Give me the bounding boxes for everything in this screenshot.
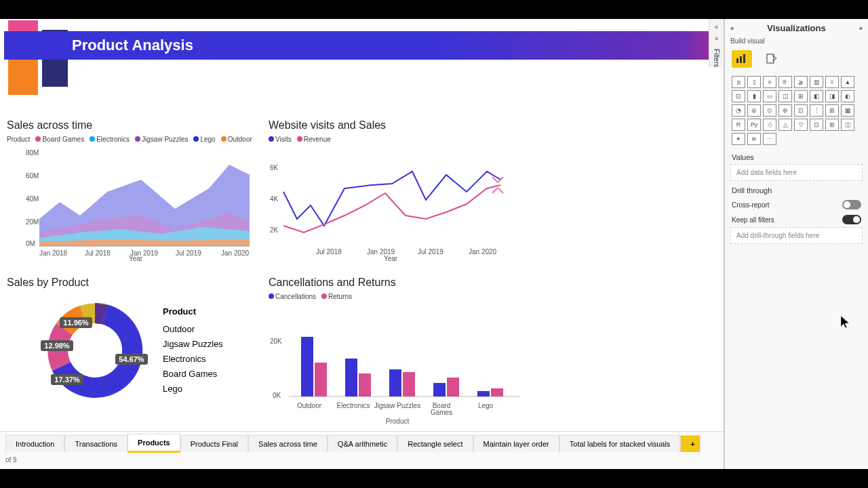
svg-text:6K: 6K [270, 164, 279, 171]
sales-across-time-visual[interactable]: Sales across time Product Board Games El… [7, 119, 258, 264]
filters-rail[interactable]: « » Filters [709, 19, 724, 67]
page-tab[interactable]: Maintain layer order [473, 435, 559, 452]
page-title: Product Analysis [72, 37, 193, 54]
visual-type-icon[interactable]: ⊡ [810, 119, 823, 131]
drillthrough-field-well[interactable]: Add drill-through fields here [730, 227, 863, 244]
svg-rect-48 [740, 56, 742, 63]
svg-text:Outdoor: Outdoor [297, 402, 322, 409]
visual-type-icon[interactable]: ⊡ [732, 90, 745, 102]
filters-label[interactable]: Filters [713, 49, 720, 67]
expand-panel-icon[interactable]: » [859, 24, 863, 32]
visual-type-icon[interactable]: ◫ [841, 119, 854, 131]
visual-type-icon[interactable]: ⊞ [825, 104, 839, 117]
svg-rect-39 [477, 391, 490, 396]
panel-title: Visualizations [767, 23, 825, 33]
svg-text:12.98%: 12.98% [44, 342, 70, 350]
visual-type-icon[interactable]: △ [778, 119, 792, 131]
svg-text:11.96%: 11.96% [63, 319, 89, 327]
page-tab[interactable]: Total labels for stacked visuals [559, 435, 681, 452]
visual-type-icon[interactable]: ▲ [841, 76, 854, 88]
visual-type-icon[interactable]: ▯ [747, 76, 761, 88]
svg-text:Jul 2019: Jul 2019 [418, 248, 443, 256]
visual-type-icon[interactable]: ◔ [732, 104, 745, 117]
visual-type-icon[interactable]: ⊡ [794, 104, 808, 117]
keep-filters-toggle[interactable] [842, 215, 861, 224]
visual-type-icon[interactable]: ⫴ [825, 76, 839, 88]
svg-text:Year: Year [384, 255, 398, 261]
format-visual-tab-icon[interactable] [762, 50, 782, 68]
website-visits-visual[interactable]: Website visits and Sales Visits Revenue … [269, 119, 519, 264]
svg-text:17.37%: 17.37% [54, 375, 80, 384]
svg-text:2K: 2K [270, 226, 279, 234]
page-tabs: IntroductionTransactionsProductsProducts… [0, 431, 724, 469]
svg-rect-38 [447, 378, 459, 396]
svg-rect-37 [433, 383, 446, 396]
report-canvas[interactable]: Product Analysis Sales across time Produ… [0, 19, 724, 469]
cross-report-label: Cross-report [732, 201, 770, 209]
chart-legend: Cancellations Returns [269, 293, 526, 300]
svg-text:Jul 2018: Jul 2018 [316, 248, 342, 256]
visual-type-icon[interactable]: R [732, 119, 745, 131]
visual-type-icon[interactable]: ⫼ [732, 76, 745, 88]
visual-type-icon[interactable]: ▭ [763, 90, 776, 102]
add-page-button[interactable]: + [680, 435, 701, 452]
visualizations-panel: « Visualizations » Build visual ⫼▯≡⊪⫺▥⫴▲… [724, 19, 868, 469]
visual-type-icon[interactable]: ◧ [810, 90, 823, 102]
expand-filters-icon[interactable]: » [715, 35, 719, 42]
svg-rect-47 [736, 58, 738, 63]
chart-title: Cancellations and Returns [269, 277, 526, 289]
svg-text:0K: 0K [273, 392, 281, 399]
visual-type-icon[interactable]: ⊙ [763, 104, 776, 117]
build-visual-tab-icon[interactable] [732, 50, 752, 68]
svg-rect-32 [315, 363, 327, 396]
visual-type-icon[interactable]: ▮ [747, 90, 761, 102]
visual-type-icon[interactable]: ◇ [763, 119, 776, 131]
svg-rect-40 [491, 388, 503, 396]
visual-type-icon[interactable]: ▥ [810, 76, 823, 88]
visual-type-icon[interactable]: ⊪ [778, 76, 792, 88]
page-tab[interactable]: Transactions [64, 435, 127, 452]
visual-type-icon[interactable]: ✦ [732, 133, 745, 145]
visual-type-icon[interactable]: ⊛ [778, 104, 792, 117]
visual-type-icon[interactable]: ⋮ [810, 104, 823, 117]
page-tab[interactable]: Introduction [5, 435, 64, 452]
svg-text:0M: 0M [26, 240, 35, 247]
visual-type-icon[interactable]: ▽ [794, 119, 808, 131]
visual-type-icon[interactable]: ⊚ [747, 104, 761, 117]
visual-type-icon[interactable]: Py [747, 119, 761, 131]
page-tab[interactable]: Q&A arithmetic [328, 435, 397, 452]
visual-type-icon[interactable]: ◨ [825, 90, 839, 102]
page-tab[interactable]: Products [127, 434, 180, 453]
svg-text:Jan 2020: Jan 2020 [221, 249, 250, 257]
cancellations-visual[interactable]: Cancellations and Returns Cancellations … [269, 277, 526, 428]
legend-title: Product [163, 304, 223, 319]
page-tab[interactable]: Rectangle select [397, 435, 473, 452]
visual-type-icon[interactable]: ◫ [778, 90, 792, 102]
visual-type-icon[interactable]: ◐ [841, 90, 854, 102]
page-tab[interactable]: Sales across time [248, 435, 328, 452]
sales-by-product-visual[interactable]: Sales by Product 54.67% 17.37% 12.98% 11… [7, 277, 258, 408]
visual-type-icon[interactable]: ≡ [763, 76, 776, 88]
visual-type-icon[interactable]: ⊞ [794, 90, 808, 102]
visual-type-icon[interactable]: ▦ [841, 104, 854, 117]
visual-type-icon[interactable]: ⫺ [794, 76, 808, 88]
collapse-filters-icon[interactable]: « [715, 23, 719, 30]
chart-title: Website visits and Sales [269, 119, 519, 131]
svg-text:Jul 2019: Jul 2019 [176, 249, 201, 257]
svg-text:Jigsaw Puzzles: Jigsaw Puzzles [374, 402, 420, 409]
svg-text:Electronics: Electronics [337, 402, 370, 409]
page-tab[interactable]: Products Final [180, 435, 248, 452]
donut-chart: 54.67% 17.37% 12.98% 11.96% [7, 293, 149, 408]
svg-rect-36 [403, 372, 415, 396]
svg-text:80M: 80M [26, 149, 39, 157]
panel-subtitle: Build visual [725, 37, 868, 47]
collapse-panel-icon[interactable]: « [730, 24, 734, 32]
values-field-well[interactable]: Add data fields here [730, 164, 863, 181]
svg-text:Year: Year [129, 255, 143, 261]
svg-text:40M: 40M [26, 195, 39, 203]
cross-report-toggle[interactable] [842, 200, 861, 209]
visual-type-icon[interactable]: ⊞ [825, 119, 839, 131]
visual-type-icon[interactable]: ⋯ [763, 133, 776, 145]
chart-legend: Visits Revenue [269, 136, 519, 143]
visual-type-icon[interactable]: ≋ [747, 133, 761, 145]
